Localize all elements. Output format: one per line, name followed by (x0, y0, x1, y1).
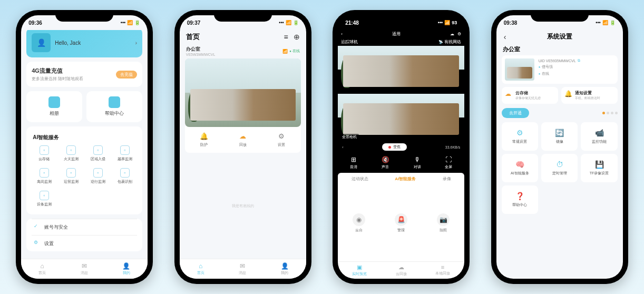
cloud-icon[interactable]: ☁ (450, 32, 454, 36)
settings-cell[interactable]: 💾 TF录像设置 (581, 154, 617, 182)
device-name[interactable]: 办公室 (186, 46, 216, 53)
notch (214, 10, 272, 22)
nav-item[interactable]: 👤 我的 (281, 262, 289, 276)
album-icon (48, 96, 60, 108)
bottom-nav: ⌂ 首页 ✉ 消息 👤 我的 (21, 259, 148, 279)
clock: 09:38 (504, 20, 518, 26)
back-icon[interactable]: ‹ (341, 32, 343, 36)
action-item[interactable]: 🔔 防护 (199, 131, 209, 148)
ai-service-item[interactable]: ▫ 离岗监测 (32, 166, 56, 187)
device-info-card[interactable]: UID VE5935MMWCVL⧉ ●信号强 ●在线 (502, 55, 618, 84)
nav-item[interactable]: 👤 我的 (122, 262, 130, 276)
status-icons: •••📶🔋 (121, 20, 140, 25)
clock: 09:37 (187, 20, 201, 26)
device-net: 📡 有线网络 (438, 39, 461, 45)
album-button[interactable]: 相册 (26, 91, 82, 122)
nav-icon: ▣ (357, 264, 362, 271)
topup-card[interactable]: 4G流量充值 更多流量选择 随时随地观看 去充值 (26, 62, 142, 87)
nav-icon: ✉ (82, 262, 87, 270)
playback-controls: ⊞ 普清 🔇 声音 🎙 对讲 ⛶ 全屏 (338, 153, 464, 173)
ai-service-item[interactable]: ▫ 区域入侵 (85, 143, 110, 164)
greeting-card[interactable]: 👤 Hello, Jack › (26, 30, 142, 57)
open-button[interactable]: 去开通 (502, 108, 529, 118)
settings-cell[interactable]: ⏱ 定时管理 (541, 154, 578, 182)
settings-cell[interactable]: 📹 监控功能 (581, 122, 617, 151)
cell-icon: ⏱ (556, 160, 563, 169)
settings-cell[interactable]: ❓ 帮助中心 (502, 185, 538, 214)
cloud-storage-promo[interactable]: ☁ 云存储 录像存储无忧无虑 (502, 87, 558, 104)
gear-icon: ⚙ (34, 240, 41, 247)
ctrl-icon: 🎙 (414, 156, 421, 163)
notification-promo[interactable]: 🔔 通知设置 手机、邮箱推送时 (561, 87, 618, 104)
service-icon: ▫ (120, 168, 130, 178)
ctrl-item[interactable]: 🔇 声音 (382, 156, 389, 170)
nav-item[interactable]: ▣ 实时预览 (352, 264, 367, 277)
ai-service-item[interactable]: ▫ 逆行监测 (85, 166, 110, 187)
ai-service-item[interactable]: ▫ 设备监测 (32, 189, 56, 209)
nav-item[interactable]: ☁ 云回放 (396, 264, 407, 277)
camera-preview[interactable] (185, 58, 301, 127)
device-status: 在线 (289, 48, 300, 54)
ai-service-item[interactable]: ▫ 越界监测 (112, 143, 137, 164)
page-dots (602, 112, 618, 114)
service-icon: ▫ (66, 168, 76, 178)
settings-cell[interactable]: 🔄 镜像 (541, 122, 578, 151)
cell-icon: 🔄 (555, 129, 564, 137)
camera-view-1[interactable] (338, 46, 464, 93)
settings-grid: ⚙ 常规设置 🔄 镜像 📹 监控功能 🧠 AI智能服务 ⏱ 定时管理 💾 TF录… (502, 122, 618, 214)
page-title: 系统设置 (547, 32, 572, 41)
header-title: 通用 (392, 31, 401, 37)
ai-service-item[interactable]: ▫ 云存储 (32, 143, 56, 164)
menu-icon[interactable]: ≡ (284, 33, 288, 41)
settings-cell[interactable]: 🧠 AI智能服务 (502, 154, 538, 182)
nav-item[interactable]: ✉ 消息 (81, 262, 88, 276)
nav-item[interactable]: ≡ 本地回放 (435, 264, 450, 277)
nav-item[interactable]: ⌂ 首页 (197, 262, 204, 276)
topup-button[interactable]: 去充值 (116, 71, 137, 79)
chevron-right-icon: › (135, 40, 138, 46)
nav-item[interactable]: ✉ 消息 (239, 262, 246, 276)
gear-icon[interactable]: ⚙ (457, 32, 461, 36)
feature-tabs: 运动状态AI智能服务录像 (338, 173, 464, 185)
back-icon[interactable]: ‹ (504, 33, 506, 41)
notch (55, 10, 113, 22)
device-uid: VE5W3MMWCVL (186, 53, 216, 56)
action-item[interactable]: ⚙ 设置 (277, 131, 286, 148)
device-actions: 🔔 防护 ☁ 回放 ⚙ 设置 (185, 126, 301, 153)
feature-tab[interactable]: 运动状态 (352, 176, 368, 182)
feature-tab[interactable]: AI智能服务 (395, 176, 416, 182)
ctrl-item[interactable]: ⛶ 全屏 (445, 156, 452, 170)
ai-service-item[interactable]: ▫ 火灾监测 (58, 143, 83, 164)
cloud-icon: ☁ (505, 90, 513, 99)
ctrl-item[interactable]: 🎙 对讲 (414, 156, 421, 170)
notch (372, 10, 430, 22)
feature-tab[interactable]: 录像 (443, 176, 451, 182)
help-center-button[interactable]: 帮助中心 (86, 91, 142, 122)
camera-view-2[interactable]: 全景枪机 (338, 94, 464, 141)
bottom-nav: ⌂ 首页 ✉ 消息 👤 我的 (180, 259, 306, 279)
cell-icon: ⚙ (516, 129, 523, 137)
zoom-pill[interactable]: 变焦 (382, 143, 407, 151)
action-item[interactable]: ☁ 回放 (238, 131, 248, 148)
phone-3: 21:48 •••📶93 ‹ 通用 ☁ ⚙ 追踪球机 📡 有线网络 全景枪机 ‹… (333, 10, 470, 284)
settings-row[interactable]: ⚙ 设置 (32, 235, 137, 251)
speed-text: 33.6KB/s (445, 145, 460, 149)
ai-service-item[interactable]: ▫ 逗留监测 (58, 166, 83, 187)
ctrl-icon: 🔇 (382, 156, 389, 163)
ctrl-icon: ⊞ (351, 156, 356, 163)
nav-item[interactable]: ⌂ 首页 (38, 262, 46, 276)
ai-service-item[interactable]: ▫ 包裹识别 (112, 166, 137, 187)
add-icon[interactable]: ⊕ (294, 33, 300, 41)
service-icon: ▫ (93, 145, 103, 155)
account-security-row[interactable]: ✓ 账号与安全 (32, 219, 137, 235)
cell-icon: 📹 (595, 129, 604, 137)
help-icon (109, 96, 120, 108)
settings-cell[interactable]: ⚙ 常规设置 (502, 122, 538, 151)
ptz-item[interactable]: 📷 拍照 (437, 213, 450, 233)
ptz-item[interactable]: 🚨 警报 (395, 213, 407, 233)
arrow-left-icon[interactable]: ‹ (342, 145, 343, 149)
ctrl-item[interactable]: ⊞ 普清 (350, 156, 357, 170)
wifi-icon: 📶 (282, 49, 288, 54)
ptz-item[interactable]: ◉ 云台 (353, 213, 365, 233)
ai-services-title: AI智能服务 (33, 134, 136, 141)
